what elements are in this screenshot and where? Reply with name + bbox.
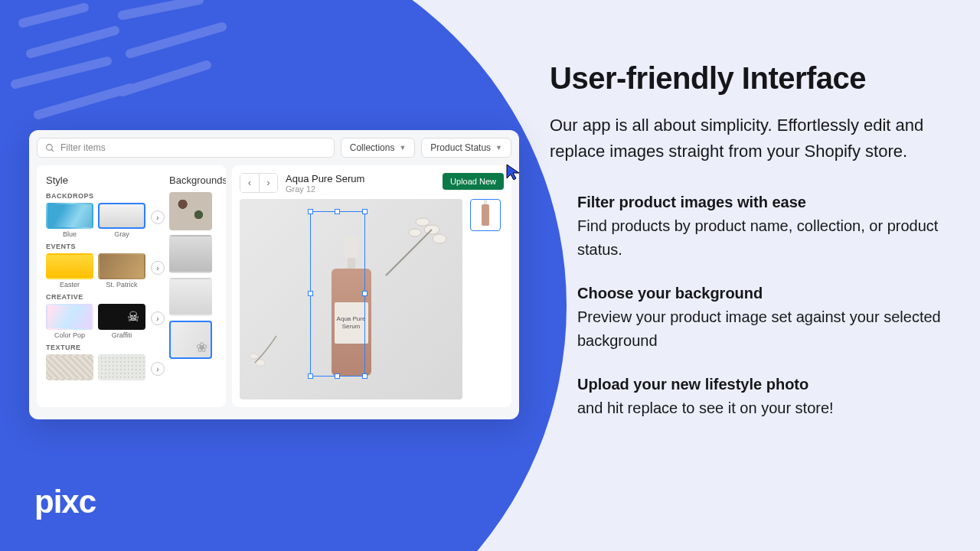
- row-next-button[interactable]: ›: [151, 362, 165, 376]
- feature-2-heading: Choose your background: [577, 282, 948, 305]
- feature-1-body: Find products by product name, collectio…: [577, 217, 938, 258]
- style-thumb-stpatrick-label: St. Patrick: [106, 281, 137, 289]
- toolbar: Filter items Collections ▼ Product Statu…: [37, 138, 511, 158]
- style-thumb-texture-2[interactable]: [98, 354, 145, 380]
- row-next-button[interactable]: ›: [151, 261, 165, 275]
- chevron-down-icon: ▼: [399, 144, 406, 152]
- svg-line-6: [122, 65, 207, 92]
- background-thumb-4[interactable]: [169, 321, 212, 359]
- resize-handle[interactable]: [308, 373, 313, 379]
- category-creative-label: CREATIVE: [46, 293, 160, 301]
- upload-new-button[interactable]: Upload New: [443, 173, 504, 190]
- marketing-lead: Our app is all about simplicity. Effortl…: [550, 112, 948, 165]
- brush-decoration: [8, 0, 237, 138]
- feature-2-body: Preview your product image set against y…: [577, 308, 941, 349]
- row-next-button[interactable]: ›: [151, 311, 165, 325]
- style-thumb-graffiti-label: Graffiti: [112, 331, 132, 339]
- flower-decoration: [244, 331, 298, 384]
- brand-logo: pixc: [34, 484, 96, 520]
- background-thumb-3[interactable]: [169, 278, 212, 316]
- style-thumb-texture-1[interactable]: [46, 354, 93, 380]
- flower-decoration: [378, 207, 455, 283]
- feature-1: Filter product images with ease Find pro…: [577, 191, 948, 262]
- style-panel: Style BACKDROPS Blue Gray › EVENTS: [37, 165, 226, 407]
- style-thumb-blue[interactable]: [46, 203, 93, 229]
- resize-handle[interactable]: [335, 209, 340, 214]
- marketing-title: User-friendly Interface: [550, 61, 948, 96]
- svg-line-5: [130, 27, 222, 54]
- feature-2: Choose your background Preview your prod…: [577, 282, 948, 353]
- style-thumb-gray-label: Gray: [114, 230, 129, 238]
- resize-handle[interactable]: [362, 373, 368, 379]
- resize-handle[interactable]: [335, 373, 340, 379]
- product-info: Aqua Pure Serum Gray 12: [286, 173, 435, 194]
- svg-line-1: [31, 31, 115, 54]
- product-status-dropdown[interactable]: Product Status ▼: [421, 138, 511, 158]
- svg-line-0: [23, 8, 84, 23]
- svg-line-4: [122, 0, 199, 15]
- cursor-icon: [505, 163, 524, 181]
- svg-point-11: [416, 218, 430, 226]
- search-placeholder: Filter items: [60, 142, 106, 153]
- svg-marker-9: [507, 165, 519, 180]
- feature-1-heading: Filter product images with ease: [577, 191, 948, 214]
- backgrounds-title: Backgrounds: [169, 174, 217, 186]
- collections-dropdown[interactable]: Collections ▼: [341, 138, 416, 158]
- resize-handle[interactable]: [308, 291, 313, 296]
- collections-label: Collections: [350, 142, 395, 153]
- style-thumb-easter-label: Easter: [60, 281, 80, 289]
- resize-handle[interactable]: [362, 291, 368, 296]
- background-thumb-1[interactable]: [169, 192, 212, 230]
- resize-handle[interactable]: [308, 209, 313, 214]
- image-preview[interactable]: Aqua Pure Serum: [240, 199, 462, 399]
- variant-thumb-1[interactable]: [470, 199, 501, 231]
- preview-panel: ‹ › Aqua Pure Serum Gray 12 Upload New: [232, 165, 511, 407]
- svg-line-8: [51, 149, 54, 152]
- svg-line-3: [38, 88, 130, 115]
- search-input[interactable]: Filter items: [37, 138, 335, 158]
- svg-point-12: [433, 234, 446, 243]
- prev-product-button[interactable]: ‹: [240, 174, 259, 192]
- svg-line-2: [15, 61, 107, 84]
- feature-3: Upload your new lifestyle photo and hit …: [577, 373, 948, 420]
- svg-point-7: [47, 144, 53, 150]
- background-thumb-2[interactable]: [169, 235, 212, 273]
- style-thumb-graffiti[interactable]: [98, 304, 145, 330]
- app-window: Filter items Collections ▼ Product Statu…: [29, 130, 519, 419]
- product-name: Aqua Pure Serum: [286, 173, 435, 184]
- product-variant: Gray 12: [286, 184, 435, 194]
- style-thumb-colorpop-label: Color Pop: [54, 331, 85, 339]
- next-product-button[interactable]: ›: [259, 174, 277, 192]
- style-title: Style: [46, 174, 160, 186]
- selection-box[interactable]: [310, 211, 365, 377]
- resize-handle[interactable]: [362, 209, 368, 214]
- product-nav: ‹ ›: [240, 173, 278, 193]
- style-thumb-colorpop[interactable]: [46, 304, 93, 330]
- variant-thumbnails: [470, 199, 504, 399]
- search-icon: [45, 143, 55, 153]
- style-thumb-easter[interactable]: [46, 253, 93, 279]
- style-thumb-blue-label: Blue: [63, 230, 77, 238]
- marketing-copy: User-friendly Interface Our app is all a…: [550, 61, 948, 440]
- category-texture-label: TEXTURE: [46, 344, 160, 351]
- category-events-label: EVENTS: [46, 243, 160, 250]
- svg-point-13: [409, 229, 421, 236]
- category-backdrops-label: BACKDROPS: [46, 192, 160, 200]
- feature-3-body: and hit replace to see it on your store!: [577, 399, 834, 416]
- upload-new-label: Upload New: [450, 177, 496, 186]
- style-thumb-gray[interactable]: [98, 203, 145, 229]
- chevron-down-icon: ▼: [495, 144, 502, 152]
- mini-bottle-icon: [482, 204, 489, 226]
- row-next-button[interactable]: ›: [151, 210, 165, 224]
- feature-3-heading: Upload your new lifestyle photo: [577, 373, 948, 396]
- svg-point-15: [250, 354, 258, 359]
- status-label: Product Status: [430, 142, 491, 153]
- style-thumb-stpatrick[interactable]: [98, 253, 145, 279]
